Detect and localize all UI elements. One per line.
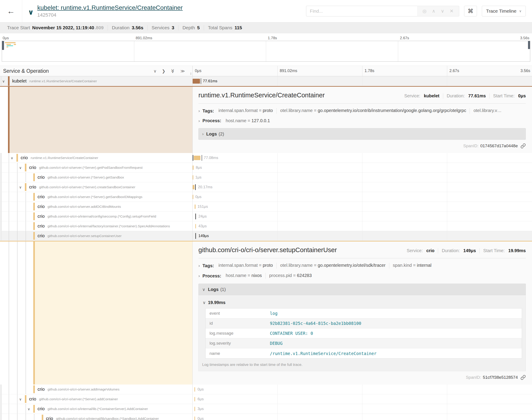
span-timeline-cell[interactable]: 77.08ms xyxy=(193,153,532,163)
logs-accordion[interactable]: › Logs (2) xyxy=(198,128,526,140)
duration-label: 151μs xyxy=(198,202,208,211)
command-icon: ⌘ xyxy=(468,8,473,15)
trace-title-link[interactable]: kubelet: runtime.v1.RuntimeService/Creat… xyxy=(37,4,183,11)
locate-icon[interactable]: ◎ xyxy=(422,8,427,14)
summary-item: Services3 xyxy=(147,25,178,30)
tag-value: internal xyxy=(417,263,431,268)
timeline-tick-label: 2.67s xyxy=(449,69,459,73)
span-row[interactable]: criogithub.com/cri-o/cri-o/server.(*Serv… xyxy=(0,192,532,202)
copy-link-icon[interactable] xyxy=(520,143,526,149)
tag-pill: internal.span.format = proto xyxy=(219,263,273,268)
minimap-viewport[interactable] xyxy=(2,41,530,62)
span-duration-bar xyxy=(195,204,196,209)
spanid-value: 0174567d17a0448e xyxy=(480,143,518,148)
tag-pill: otel.library.name = go.opentelemetry.io/… xyxy=(280,263,386,268)
trace-title-wrap: ∨ kubelet: runtime.v1.RuntimeService/Cre… xyxy=(22,4,306,18)
minimap-left-handle[interactable] xyxy=(2,41,4,50)
row-collapse-icon[interactable]: ∨ xyxy=(2,79,5,83)
span-row[interactable]: criogithub.com/cri-o/cri-o/server.addOCI… xyxy=(0,202,532,211)
collapse-all-icon[interactable]: ≫ xyxy=(171,69,175,73)
span-row[interactable]: ∨criogithub.com/cri-o/cri-o/server.(*Ser… xyxy=(0,182,532,192)
indent-guide xyxy=(17,173,17,182)
span-timeline-cell[interactable]: 24μs xyxy=(193,211,532,221)
spanid-value: 51cf7f38e5128574 xyxy=(483,375,518,380)
timeline-minimap: 0μs891.02ms1.78s2.67s3.56s xyxy=(0,33,532,66)
span-timeline-cell[interactable]: 0μs xyxy=(193,192,532,202)
tags-accordion[interactable]: › Tags: internal.span.format = protootel… xyxy=(198,263,526,269)
span-timeline-cell[interactable]: 1μs xyxy=(193,173,532,182)
indent-guide xyxy=(26,241,26,385)
keyboard-shortcuts-button[interactable]: ⌘ xyxy=(464,6,477,16)
span-row[interactable]: criogithub.com/cri-o/cri-o/internal/lib/… xyxy=(0,414,532,420)
span-row[interactable]: criogithub.com/cri-o/cri-o/server.(*Serv… xyxy=(0,173,532,182)
span-duration-bar xyxy=(201,78,201,84)
span-timeline-cell[interactable]: 43μs xyxy=(193,221,532,231)
span-row[interactable]: ∨criogithub.com/cri-o/cri-o/server.(*Ser… xyxy=(0,394,532,404)
span-timeline-cell[interactable]: 8μs xyxy=(193,163,532,172)
tags-accordion[interactable]: › Tags: internal.span.format = protootel… xyxy=(198,108,526,114)
row-collapse-icon[interactable]: ∨ xyxy=(11,156,13,160)
span-row[interactable]: ∨criogithub.com/cri-o/cri-o/server.(*Ser… xyxy=(0,163,532,173)
logs-accordion[interactable]: ∨ Logs (1) xyxy=(198,284,526,295)
span-row[interactable]: ∨crioruntime.v1.RuntimeService/CreateCon… xyxy=(0,153,532,163)
process-accordion[interactable]: › Process: host.name = nixosprocess.pid … xyxy=(198,273,526,279)
summary-item: Duration3.56s xyxy=(108,25,147,30)
duration-label: 20.17ms xyxy=(198,182,212,192)
expander-icon: › xyxy=(198,119,200,123)
row-collapse-icon[interactable]: ∨ xyxy=(19,397,22,401)
span-row[interactable]: ∨kubeletruntime.v1.RuntimeService/Create… xyxy=(0,76,532,86)
expand-one-icon[interactable]: ❯ xyxy=(162,69,165,74)
span-color-bar xyxy=(25,395,26,403)
indent-guide xyxy=(9,173,9,182)
indent-guide xyxy=(26,414,26,420)
app-header: ← ∨ kubelet: runtime.v1.RuntimeService/C… xyxy=(0,0,532,22)
title-collapse-chevron-icon[interactable]: ∨ xyxy=(28,8,34,16)
span-duration-bar xyxy=(193,175,193,180)
summary-value: 3.56s xyxy=(132,25,143,30)
duration-label: 1μs xyxy=(195,173,202,182)
prev-result-icon[interactable]: ∧ xyxy=(432,8,435,14)
column-resizer[interactable]: ‖ xyxy=(190,72,191,76)
service-label: Service: xyxy=(404,93,420,98)
span-timeline-cell[interactable]: 0μs xyxy=(193,385,532,394)
span-timeline-cell[interactable]: 3μs xyxy=(193,404,532,414)
logs-footnote: Log timestamps are relative to the start… xyxy=(202,359,522,368)
minimap-tick-label: 1.78s xyxy=(268,36,277,40)
process-accordion[interactable]: › Process: host.name = 127.0.0.1 xyxy=(198,118,526,123)
span-row[interactable]: criogithub.com/cri-o/cri-o/internal/fact… xyxy=(0,221,532,231)
expander-icon: › xyxy=(202,132,203,136)
service-name: crio xyxy=(37,406,45,411)
span-timeline-cell[interactable]: 20.17ms xyxy=(193,182,532,192)
span-timeline-cell[interactable]: 6μs xyxy=(193,394,532,404)
row-collapse-icon[interactable]: ∨ xyxy=(28,407,30,411)
chevron-down-icon: ∨ xyxy=(519,9,522,13)
span-duration-bar xyxy=(202,155,202,161)
next-result-icon[interactable]: ∨ xyxy=(441,8,444,14)
span-row[interactable]: criogithub.com/cri-o/cri-o/internal/conf… xyxy=(0,211,532,221)
span-timeline-cell[interactable]: 0μs xyxy=(193,414,532,420)
clear-search-icon[interactable]: ✕ xyxy=(450,8,454,14)
back-button[interactable]: ← xyxy=(0,0,22,22)
spanid-label: SpanID: xyxy=(466,375,481,380)
row-collapse-icon[interactable]: ∨ xyxy=(19,185,22,189)
indent-guide xyxy=(9,221,9,231)
log-entry-toggle[interactable]: ∨ 19.99ms xyxy=(202,298,522,308)
copy-link-icon[interactable] xyxy=(520,375,526,380)
trace-view-selector[interactable]: Trace Timeline ∨ xyxy=(482,6,526,16)
find-input[interactable] xyxy=(306,6,417,16)
log-entry-timestamp: 19.99ms xyxy=(208,300,225,305)
expand-all-icon[interactable]: ≫ xyxy=(180,69,185,74)
minimap-tick-label: 891.02ms xyxy=(136,36,152,40)
span-row[interactable]: criogithub.com/cri-o/cri-o/server.setupC… xyxy=(0,231,532,241)
collapse-one-icon[interactable]: ∨ xyxy=(153,69,156,74)
span-row[interactable]: ∨criogithub.com/cri-o/cri-o/internal/lib… xyxy=(0,404,532,414)
minimap-right-handle[interactable] xyxy=(528,41,530,49)
span-timeline-cell[interactable]: 151μs xyxy=(193,202,532,211)
operation-name: github.com/cri-o/cri-o/server.addImageVo… xyxy=(47,387,119,391)
span-color-bar xyxy=(33,203,35,210)
span-timeline-cell[interactable]: 77.61ms xyxy=(193,76,532,86)
span-timeline-cell[interactable]: 149μs xyxy=(193,231,532,240)
row-collapse-icon[interactable]: ∨ xyxy=(19,165,22,170)
span-row[interactable]: criogithub.com/cri-o/cri-o/server.addIma… xyxy=(0,385,532,394)
span-color-bar xyxy=(25,164,26,171)
